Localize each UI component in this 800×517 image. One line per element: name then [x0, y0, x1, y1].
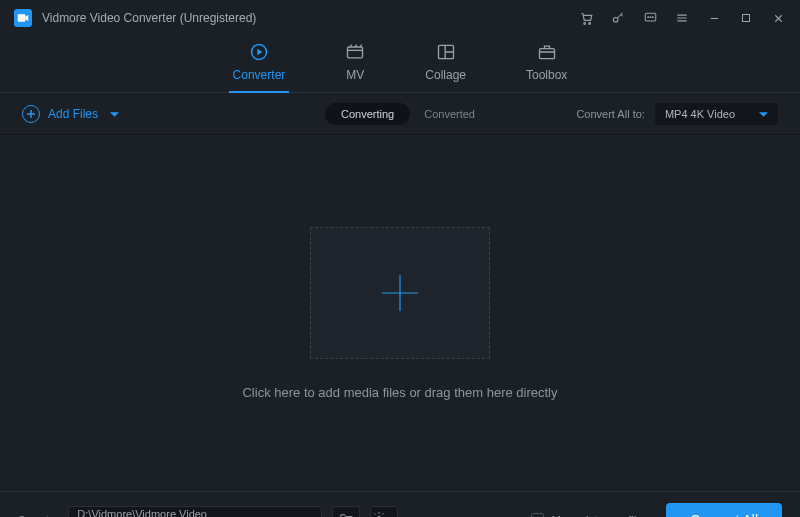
plus-circle-icon [22, 105, 40, 123]
open-folder-button[interactable] [332, 506, 360, 518]
checkbox-icon [531, 513, 544, 517]
svg-point-6 [650, 17, 651, 18]
svg-point-7 [652, 17, 653, 18]
convert-button-label: Convert All [690, 512, 758, 518]
format-selected: MP4 4K Video [665, 108, 735, 120]
svg-rect-8 [743, 15, 750, 22]
merge-checkbox[interactable]: Merge into one file [531, 513, 643, 517]
save-path-text: D:\Vidmore\Vidmore Video Converter\Conve… [77, 508, 305, 518]
gear-icon [372, 511, 386, 518]
format-select[interactable]: MP4 4K Video [655, 103, 778, 125]
settings-button[interactable] [370, 506, 398, 518]
feedback-icon[interactable] [642, 10, 658, 26]
footer: Save to: D:\Vidmore\Vidmore Video Conver… [0, 491, 800, 517]
caret-down-icon [759, 108, 768, 120]
tab-label: Toolbox [526, 68, 567, 82]
tab-converter[interactable]: Converter [233, 42, 286, 92]
tab-mv[interactable]: MV [345, 42, 365, 92]
add-files-button[interactable]: Add Files [22, 105, 119, 123]
minimize-icon[interactable] [706, 10, 722, 26]
svg-point-1 [583, 22, 585, 24]
merge-label: Merge into one file [552, 514, 643, 518]
dropzone[interactable] [310, 227, 490, 359]
toolbox-icon [537, 42, 557, 62]
converter-icon [249, 42, 269, 62]
cart-icon[interactable] [578, 10, 594, 26]
plus-icon [378, 271, 422, 315]
svg-point-3 [613, 17, 618, 22]
tab-toolbox[interactable]: Toolbox [526, 42, 567, 92]
save-path-select[interactable]: D:\Vidmore\Vidmore Video Converter\Conve… [68, 506, 322, 518]
status-converting[interactable]: Converting [325, 103, 410, 125]
svg-rect-12 [539, 49, 554, 59]
chevron-down-icon [110, 107, 119, 121]
convert-all-label: Convert All to: [576, 108, 644, 120]
dropzone-hint: Click here to add media files or drag th… [242, 385, 557, 400]
status-toggle: Converting Converted [325, 103, 475, 125]
menu-icon[interactable] [674, 10, 690, 26]
subbar: Add Files Converting Converted Convert A… [0, 93, 800, 135]
caret-down-icon [305, 514, 313, 518]
collage-icon [436, 42, 456, 62]
close-icon[interactable] [770, 10, 786, 26]
tab-label: Collage [425, 68, 466, 82]
titlebar: Vidmore Video Converter (Unregistered) [0, 0, 800, 36]
svg-rect-0 [18, 14, 26, 22]
save-to-label: Save to: [18, 514, 58, 518]
app-logo-icon [14, 9, 32, 27]
maximize-icon[interactable] [738, 10, 754, 26]
main-tabs: Converter MV Collage Toolbox [0, 36, 800, 93]
tab-label: MV [346, 68, 364, 82]
caret-down-icon [389, 511, 396, 518]
key-icon[interactable] [610, 10, 626, 26]
tab-label: Converter [233, 68, 286, 82]
convert-all-section: Convert All to: MP4 4K Video [576, 103, 778, 125]
add-files-label: Add Files [48, 107, 98, 121]
folder-icon [339, 511, 354, 518]
svg-point-2 [588, 22, 590, 24]
mv-icon [345, 42, 365, 62]
convert-all-button[interactable]: Convert All [666, 503, 782, 518]
status-converted[interactable]: Converted [424, 108, 475, 120]
svg-point-5 [647, 17, 648, 18]
tab-collage[interactable]: Collage [425, 42, 466, 92]
svg-rect-10 [348, 47, 363, 58]
window-controls [578, 10, 786, 26]
app-title: Vidmore Video Converter (Unregistered) [42, 11, 256, 25]
main-area: Click here to add media files or drag th… [0, 135, 800, 491]
